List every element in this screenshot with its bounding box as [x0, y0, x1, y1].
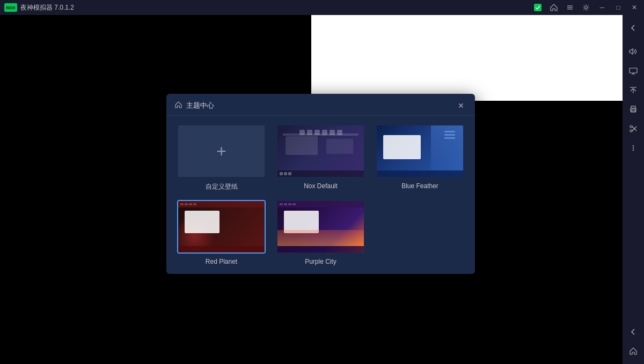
theme-item-red-planet[interactable]: Red Planet: [175, 200, 268, 265]
check-icon-btn[interactable]: [530, 0, 545, 15]
dialog-home-icon: [175, 101, 182, 110]
thumb-red-planet-bg: [178, 201, 265, 252]
rp-window: [185, 211, 219, 233]
title-bar: NOX 夜神模拟器 7.0.1.2: [0, 0, 644, 15]
title-bar-right: ─ □ ✕: [530, 0, 644, 15]
minimize-btn[interactable]: ─: [595, 0, 610, 15]
theme-item-custom[interactable]: + 自定义壁纸: [175, 124, 268, 191]
mini-icons-row: [277, 130, 364, 135]
svg-rect-5: [630, 68, 637, 73]
svg-point-18: [633, 147, 634, 148]
thumb-purple-city-bg: [277, 201, 364, 252]
theme-thumbnail-nox-default: [276, 124, 365, 178]
theme-grid-row2: Red Planet Purple City: [166, 200, 475, 274]
thumb-custom-bg: +: [178, 125, 265, 177]
rp-taskbar: [178, 246, 265, 252]
scissors-icon[interactable]: [625, 120, 642, 137]
dialog-title-text: 主题中心: [186, 101, 214, 110]
theme-item-purple-city[interactable]: Purple City: [274, 200, 367, 265]
volume-icon[interactable]: [625, 43, 642, 60]
theme-label-nox-default: Nox Default: [304, 182, 338, 190]
nox-logo: NOX: [4, 3, 17, 12]
more-icon[interactable]: [625, 139, 642, 157]
theme-item-nox-default[interactable]: Nox Default: [274, 124, 367, 191]
printer-icon[interactable]: [625, 101, 642, 118]
app-title: 夜神模拟器 7.0.1.2: [20, 3, 74, 12]
rp-top-bar: [178, 201, 265, 207]
svg-point-14: [630, 130, 632, 132]
theme-thumbnail-purple-city: [276, 200, 365, 254]
dialog-close-btn[interactable]: ✕: [456, 100, 466, 111]
settings-icon-btn[interactable]: [579, 0, 594, 15]
theme-dialog-title: 主题中心: [175, 101, 214, 110]
mini-window-1: [286, 136, 318, 155]
empty-slot: [374, 200, 466, 265]
plus-icon: +: [216, 142, 226, 161]
svg-point-19: [633, 150, 634, 151]
theme-grid-row1: + 自定义壁纸: [166, 116, 475, 200]
theme-label-blue-feather: Blue Feather: [401, 182, 438, 190]
bf-window: [383, 135, 421, 159]
theme-thumbnail-blue-feather: [376, 124, 464, 178]
maximize-btn[interactable]: □: [611, 0, 626, 15]
svg-point-4: [585, 6, 588, 9]
theme-dialog-header: 主题中心 ✕: [166, 94, 475, 116]
pc-top-bar: [277, 201, 364, 207]
home-icon-btn[interactable]: [546, 0, 561, 15]
theme-thumbnail-red-planet: [177, 200, 266, 254]
svg-point-17: [633, 145, 634, 146]
theme-item-blue-feather[interactable]: Blue Feather: [374, 124, 466, 191]
mini-window-2: [326, 139, 353, 154]
svg-rect-10: [631, 106, 635, 108]
menu-icon-btn[interactable]: [562, 0, 577, 15]
theme-thumbnail-custom: +: [177, 124, 266, 178]
thumb-blue-feather-bg: [377, 125, 463, 177]
theme-label-purple-city: Purple City: [305, 258, 336, 265]
expand-icon[interactable]: [625, 19, 642, 36]
svg-point-13: [630, 125, 632, 128]
close-btn[interactable]: ✕: [627, 0, 642, 15]
mini-taskbar: [277, 170, 364, 177]
pc-taskbar: [277, 246, 364, 252]
bf-taskbar: [377, 170, 463, 177]
svg-rect-0: [534, 4, 541, 11]
title-bar-left: NOX 夜神模拟器 7.0.1.2: [0, 3, 74, 12]
thumb-nox-default-bg: [277, 125, 364, 177]
theme-label-custom: 自定义壁纸: [206, 182, 238, 191]
white-panel: [311, 15, 623, 101]
theme-label-red-planet: Red Planet: [206, 258, 237, 265]
home-bottom-icon[interactable]: [625, 343, 642, 360]
upload-icon[interactable]: [625, 81, 642, 99]
back-icon[interactable]: [625, 323, 642, 340]
screen-icon[interactable]: [625, 62, 642, 79]
theme-dialog: 主题中心 ✕ + 自定义壁纸: [166, 94, 475, 274]
right-sidebar: [623, 15, 644, 364]
pc-sunset: [277, 230, 364, 246]
